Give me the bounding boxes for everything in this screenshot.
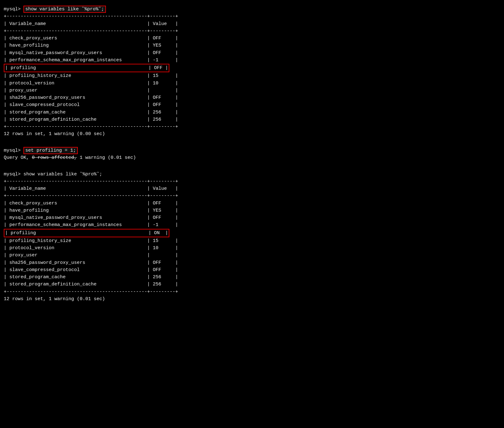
block1-row-10: | slave_compressed_protocol | OFF | — [4, 101, 500, 108]
block3-row-1: | check_proxy_users | OFF | — [4, 200, 500, 207]
block1-sep1: +---------------------------------------… — [4, 13, 500, 20]
block3-sep2: +---------------------------------------… — [4, 192, 500, 199]
prompt2: mysql> — [4, 148, 23, 153]
block2: mysql> set profiling = 1; Query OK, 0 ro… — [4, 147, 500, 162]
block3-row-6: | profiling_history_size | 15 | — [4, 237, 500, 244]
command1-box: show variables like ˜%pro%˜; — [23, 6, 106, 13]
block3-row-2: | have_profiling | YES | — [4, 207, 500, 214]
block1-header: | Variable_name | Value | — [4, 20, 500, 28]
command3: show variables like ˜%pro%˜; — [23, 172, 102, 177]
block2-result-suffix: 1 warning (0.01 sec) — [77, 155, 136, 160]
block3-profiling-highlight: | profiling | ON | — [4, 229, 169, 237]
block3-row-9: | sha256_password_proxy_users | OFF | — [4, 259, 500, 266]
block2-result-strike: 0 rows affected, — [32, 155, 77, 160]
block3-row-3: | mysql_native_password_proxy_users | OF… — [4, 214, 500, 221]
block3-row-11: | stored_program_cache | 256 | — [4, 274, 500, 281]
block1-row-11: | stored_program_cache | 256 | — [4, 109, 500, 116]
block3-row-7: | protocol_version | 10 | — [4, 244, 500, 252]
blank1 — [4, 140, 500, 147]
block3-header: | Variable_name | Value | — [4, 185, 500, 192]
block3-sep3: +---------------------------------------… — [4, 288, 500, 295]
block1-profiling-highlight: | profiling | OFF | — [4, 64, 169, 72]
block1-row-2: | have_profiling | YES | — [4, 42, 500, 49]
block1-row-9: | sha256_password_proxy_users | OFF | — [4, 94, 500, 101]
block3-row-12: | stored_program_definition_cache | 256 … — [4, 281, 500, 288]
block2-result: Query OK, 0 rows affected, 1 warning (0.… — [4, 154, 500, 161]
block1-sep3: +---------------------------------------… — [4, 123, 500, 130]
block1-row-1: | check_proxy_users | OFF | — [4, 35, 500, 42]
block1-sep2: +---------------------------------------… — [4, 28, 500, 35]
prompt3: mysql> — [4, 172, 23, 177]
terminal: mysql> show variables like ˜%pro%˜; +---… — [0, 3, 504, 306]
block1-row-8: | proxy_user | | — [4, 87, 500, 94]
block1-row-12: | stored_program_definition_cache | 256 … — [4, 116, 500, 123]
block1: mysql> show variables like ˜%pro%˜; +---… — [4, 6, 500, 138]
block3-row-8: | proxy_user | | — [4, 252, 500, 259]
block1-profiling-row: | profiling | OFF | — [4, 64, 500, 72]
prompt1: mysql> — [4, 7, 23, 12]
block3-result: 12 rows in set, 1 warning (0.01 sec) — [4, 295, 500, 303]
blank2 — [4, 163, 500, 170]
block1-row-6: | profiling_history_size | 15 | — [4, 72, 500, 79]
block3: mysql> show variables like ˜%pro%˜; +---… — [4, 171, 500, 303]
block1-result: 12 rows in set, 1 warning (0.00 sec) — [4, 130, 500, 138]
block3-row-10: | slave_compressed_protocol | OFF | — [4, 266, 500, 274]
block3-prompt-line: mysql> show variables like ˜%pro%˜; — [4, 171, 500, 178]
block1-row-7: | protocol_version | 10 | — [4, 80, 500, 87]
block2-result-prefix: Query OK, — [4, 155, 32, 160]
block3-row-4: | performance_schema_max_program_instanc… — [4, 221, 500, 229]
block3-sep1: +---------------------------------------… — [4, 178, 500, 185]
block3-profiling-row: | profiling | ON | — [4, 229, 500, 237]
block1-row-4: | performance_schema_max_program_instanc… — [4, 57, 500, 64]
block1-row-3: | mysql_native_password_proxy_users | OF… — [4, 49, 500, 57]
block2-prompt-line: mysql> set profiling = 1; — [4, 147, 500, 154]
command2-box: set profiling = 1; — [23, 147, 78, 154]
block1-prompt-line: mysql> show variables like ˜%pro%˜; — [4, 6, 500, 13]
